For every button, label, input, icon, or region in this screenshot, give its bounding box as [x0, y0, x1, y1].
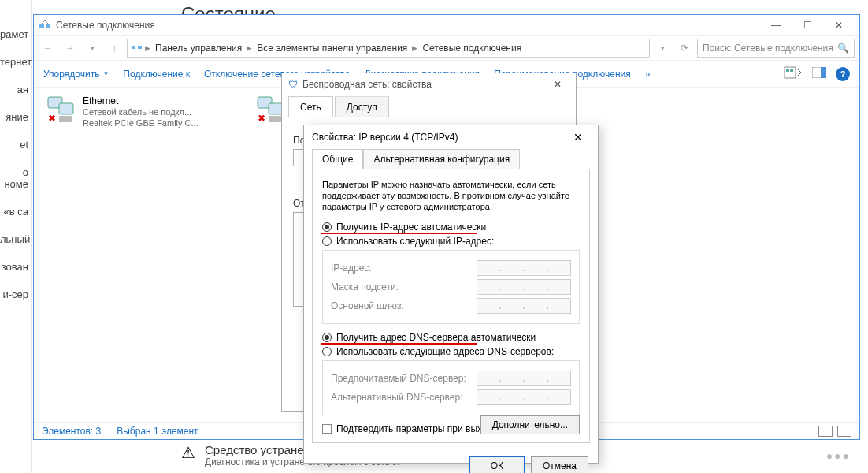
- close-button[interactable]: ✕: [823, 15, 855, 35]
- tab-alternate[interactable]: Альтернативная конфигурация: [363, 149, 520, 169]
- connection-name: Ethernet: [83, 95, 198, 106]
- up-button[interactable]: ↑: [105, 39, 124, 58]
- svg-rect-0: [39, 24, 44, 28]
- svg-rect-4: [132, 46, 135, 49]
- tab-access[interactable]: Доступ: [335, 96, 389, 117]
- svg-rect-7: [786, 69, 789, 72]
- dialog-title: Свойства: IP версии 4 (TCP/IPv4): [312, 132, 566, 143]
- dns-primary-label: Предпочитаемый DNS-сервер:: [331, 373, 477, 384]
- checkbox-label: Подтвердить параметры при выходе: [336, 423, 498, 434]
- svg-rect-10: [821, 67, 826, 78]
- dialog-title: Беспроводная сеть: свойства: [302, 79, 432, 90]
- navigation-bar: ← → ▾ ↑ ▶ Панель управления ▶ Все элемен…: [34, 35, 859, 61]
- preview-pane-icon[interactable]: [812, 67, 826, 80]
- radio-icon: [322, 333, 332, 342]
- side-frag: и-сер: [0, 281, 30, 308]
- side-frag: яние: [0, 103, 30, 131]
- large-icons-view-icon[interactable]: [837, 426, 851, 437]
- address-dropdown[interactable]: ▾: [653, 39, 672, 58]
- titlebar[interactable]: Сетевые подключения — ☐ ✕: [34, 15, 859, 35]
- svg-rect-14: [59, 116, 72, 122]
- intro-text: Параметры IP можно назначать автоматичес…: [322, 179, 580, 212]
- subnet-mask-input: ...: [477, 279, 571, 295]
- radio-dns-manual[interactable]: Использовать следующие адреса DNS-сервер…: [322, 346, 580, 357]
- ip-address-label: IP-адрес:: [331, 263, 477, 274]
- ethernet-icon: ✖: [45, 95, 76, 124]
- dns-alt-label: Альтернативный DNS-сервер:: [331, 392, 477, 403]
- dns-alt-input: ...: [477, 389, 571, 405]
- side-frag: et: [0, 131, 30, 158]
- radio-dns-auto[interactable]: Получить адрес DNS-сервера автоматически: [322, 332, 580, 343]
- gateway-input: ...: [477, 298, 571, 314]
- close-button[interactable]: ✕: [566, 131, 590, 143]
- checkbox-icon: [322, 424, 332, 434]
- breadcrumb-segment[interactable]: Панель управления: [152, 43, 245, 54]
- svg-rect-8: [790, 69, 793, 72]
- window-icon: [39, 19, 51, 32]
- search-box[interactable]: Поиск: Сетевые подключения 🔍: [697, 39, 855, 58]
- chevron-right-icon[interactable]: ▶: [247, 44, 252, 52]
- side-frag: тернет: [0, 48, 30, 76]
- svg-rect-18: [269, 116, 281, 122]
- svg-rect-5: [138, 46, 142, 49]
- tab-general[interactable]: Общие: [312, 149, 363, 169]
- dialog-titlebar[interactable]: 🛡 Беспроводная сеть: свойства ✕: [282, 73, 576, 95]
- minimize-button[interactable]: —: [760, 15, 792, 35]
- general-panel: Параметры IP можно назначать автоматичес…: [312, 169, 590, 443]
- ok-button[interactable]: ОК: [469, 456, 525, 473]
- svg-rect-1: [46, 24, 50, 28]
- overflow-button[interactable]: »: [645, 69, 651, 80]
- dns-primary-input: ...: [477, 371, 571, 386]
- gateway-label: Основной шлюз:: [331, 300, 477, 311]
- connect-to-button[interactable]: Подключение к: [123, 69, 190, 80]
- radio-ip-manual[interactable]: Использовать следующий IP-адрес:: [322, 236, 580, 247]
- side-frag: рамет: [0, 20, 30, 48]
- close-button[interactable]: ✕: [546, 79, 569, 90]
- breadcrumb-segment[interactable]: Все элементы панели управления: [254, 43, 410, 54]
- radio-label: Получить адрес DNS-сервера автоматически: [336, 332, 536, 343]
- svg-text:✖: ✖: [258, 113, 265, 124]
- shield-icon: 🛡: [288, 79, 298, 90]
- search-placeholder: Поиск: Сетевые подключения: [703, 43, 833, 54]
- status-item-count: Элементов: 3: [42, 426, 101, 437]
- maximize-button[interactable]: ☐: [792, 15, 823, 35]
- cancel-button[interactable]: Отмена: [531, 456, 588, 473]
- recent-dropdown[interactable]: ▾: [83, 39, 102, 58]
- refresh-button[interactable]: ⟳: [675, 39, 694, 58]
- back-button[interactable]: ←: [39, 39, 57, 58]
- svg-text:✖: ✖: [48, 113, 56, 124]
- view-options-icon[interactable]: [784, 66, 803, 81]
- search-icon[interactable]: 🔍: [837, 43, 849, 54]
- svg-line-2: [42, 20, 45, 24]
- advanced-button[interactable]: Дополнительно...: [480, 415, 580, 434]
- breadcrumb-segment[interactable]: Сетевые подключения: [419, 43, 525, 54]
- radio-ip-auto[interactable]: Получить IP-адрес автоматически: [322, 222, 580, 233]
- chevron-right-icon[interactable]: ▶: [412, 44, 417, 52]
- chevron-right-icon[interactable]: ▶: [145, 44, 150, 52]
- radio-icon: [322, 347, 332, 356]
- network-icon: [131, 42, 143, 55]
- address-bar[interactable]: ▶ Панель управления ▶ Все элементы панел…: [127, 39, 650, 58]
- tab-network[interactable]: Сеть: [288, 96, 333, 117]
- details-view-icon[interactable]: [818, 426, 833, 437]
- connection-status: Сетевой кабель не подкл...: [83, 106, 198, 117]
- ip-address-input: ...: [477, 260, 571, 276]
- svg-line-3: [45, 20, 48, 24]
- ip-fields-group: IP-адрес:... Маска подсети:... Основной …: [322, 250, 580, 324]
- parent-sidebar: рамет тернет ая яние et о номе «в са льн…: [0, 0, 32, 473]
- subnet-mask-label: Маска подсети:: [331, 281, 477, 292]
- dialog-titlebar[interactable]: Свойства: IP версии 4 (TCP/IPv4) ✕: [304, 125, 598, 149]
- svg-rect-12: [59, 103, 73, 114]
- side-frag: льный: [0, 225, 30, 253]
- help-button[interactable]: ?: [836, 67, 850, 81]
- radio-label: Использовать следующий IP-адрес:: [336, 236, 494, 247]
- connection-device: Realtek PCIe GBE Family C...: [83, 117, 198, 128]
- warning-icon: ⚠: [181, 443, 195, 462]
- radio-icon: [322, 222, 332, 232]
- forward-button[interactable]: →: [61, 39, 80, 58]
- radio-label: Использовать следующие адреса DNS-сервер…: [336, 346, 554, 357]
- side-frag: ая: [0, 76, 30, 103]
- connection-item-ethernet[interactable]: ✖ Ethernet Сетевой кабель не подкл... Re…: [45, 95, 218, 128]
- ellipsis-icon: ●●●: [826, 449, 851, 462]
- organize-menu[interactable]: Упорядочить▼: [43, 69, 109, 80]
